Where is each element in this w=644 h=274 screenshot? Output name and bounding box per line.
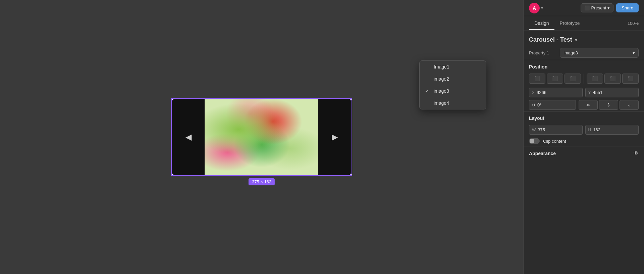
dropdown-item-label-image1: Image1 [434,64,449,70]
dropdown-item-label-image4: image4 [434,100,449,106]
width-field[interactable]: W 375 [529,125,583,135]
x-label: X [532,90,535,95]
alignment-group: ⬛ ⬛ ⬛ ⬛ ⬛ ⬛ [524,72,644,86]
align-left-group: ⬛ ⬛ ⬛ [529,74,581,84]
avatar-area[interactable]: A ▾ [529,3,543,13]
canvas-element[interactable]: ◀ ▶ 375 × 162 [171,98,352,176]
toggle-knob [530,139,534,143]
appearance-row: Appearance 👁 [524,146,644,159]
component-title-row: Carousel - Test ▾ [524,31,644,46]
wh-row: W 375 H 162 [524,124,644,136]
present-label: Present [591,5,606,10]
property-dropdown[interactable]: image3 ▾ [560,48,639,58]
handle-top-right[interactable] [350,98,352,100]
property-dropdown-value: image3 [564,50,578,55]
present-button[interactable]: ⬛ Present ▾ [581,3,613,12]
carousel-image [205,99,319,175]
dropdown-popup: Image1 image2 ✓ image3 image4 [419,60,486,109]
top-right-icons: ⬛ Present ▾ Share [581,3,639,12]
clip-row: Clip content [524,136,644,146]
tab-design[interactable]: Design [529,17,554,30]
check-image1-icon [425,64,430,70]
zoom-label: 100% [628,21,639,26]
handle-top-left[interactable] [171,98,173,100]
flip-horizontal-button[interactable]: ⇔ [579,100,598,110]
salad-photo [205,99,319,175]
align-divider [584,74,584,84]
dropdown-item-label-image2: image2 [434,76,449,82]
y-label: Y [588,90,591,95]
dropdown-item-image2[interactable]: image2 [420,73,486,85]
prev-arrow-icon[interactable]: ◀ [185,132,192,142]
dropdown-item-image3[interactable]: ✓ image3 [420,85,486,97]
rotation-field[interactable]: ↺ 0° [529,100,576,110]
dropdown-item-image1[interactable]: Image1 [420,61,486,73]
check-image2-icon [425,76,430,82]
height-label: H [588,128,591,132]
share-button[interactable]: Share [616,3,639,12]
component-title: Carousel - Test [529,36,572,43]
flip-vertical-button[interactable]: ⇕ [599,100,618,110]
rotation-value: 0° [537,102,541,107]
size-label: 375 × 162 [249,178,275,185]
carousel-left-panel: ◀ [172,99,205,175]
y-field[interactable]: Y 4551 [585,88,639,97]
x-field[interactable]: X 9266 [529,88,583,97]
tab-group: Design Prototype [529,17,585,30]
carousel-frame: ◀ ▶ [171,98,352,176]
align-right-button[interactable]: ⬛ [565,74,581,84]
carousel-right-panel: ▶ [318,99,352,175]
clip-toggle[interactable] [529,138,540,144]
present-icon: ⬛ [584,5,590,10]
mirror-button[interactable]: ⬦ [620,100,639,110]
align-bottom-button[interactable]: ⬛ [622,74,639,84]
rotation-row: ↺ 0° ⇔ ⇕ ⬦ [524,99,644,111]
next-arrow-icon[interactable]: ▶ [332,132,338,142]
align-right-group: ⬛ ⬛ ⬛ [587,74,639,84]
right-panel: A ▾ ⬛ Present ▾ Share Design Prototype 1… [523,0,644,274]
layout-section-header: Layout [524,111,644,124]
y-value: 4551 [593,90,603,95]
width-value: 375 [538,127,545,132]
width-label: W [532,128,536,132]
align-center-h-button[interactable]: ⬛ [547,74,563,84]
position-section-header: Position [524,60,644,72]
handle-bottom-right[interactable] [350,174,352,176]
avatar: A [529,3,540,13]
appearance-label: Appearance [529,151,556,156]
align-left-button[interactable]: ⬛ [529,74,545,84]
tabs-row: Design Prototype 100% [524,16,644,31]
component-chevron-icon[interactable]: ▾ [575,37,577,43]
property-dropdown-chevron-icon: ▾ [633,50,635,55]
present-chevron-icon: ▾ [607,5,610,10]
check-image3-icon: ✓ [425,88,430,94]
transform-btns: ⇔ ⇕ ⬦ [579,100,639,110]
height-field[interactable]: H 162 [585,125,639,135]
handle-bottom-left[interactable] [171,174,173,176]
clip-label: Clip content [543,139,566,144]
x-value: 9266 [537,90,546,95]
property-label: Property 1 [529,50,556,55]
avatar-chevron-icon: ▾ [541,6,543,10]
dropdown-item-image4[interactable]: image4 [420,97,486,109]
check-image4-icon [425,100,430,106]
coord-row: X 9266 Y 4551 [524,86,644,99]
dropdown-item-label-image3: image3 [434,88,449,94]
panel-content: Carousel - Test ▾ Property 1 image3 ▾ Po… [524,31,644,274]
tab-prototype[interactable]: Prototype [554,17,585,30]
align-top-button[interactable]: ⬛ [587,74,603,84]
align-center-v-button[interactable]: ⬛ [604,74,621,84]
property-row: Property 1 image3 ▾ [524,46,644,60]
visibility-icon[interactable]: 👁 [633,150,639,156]
canvas-area: ◀ ▶ 375 × 162 [0,0,523,274]
height-value: 162 [593,127,600,132]
rotation-icon: ↺ [532,103,535,107]
top-bar: A ▾ ⬛ Present ▾ Share [524,0,644,16]
